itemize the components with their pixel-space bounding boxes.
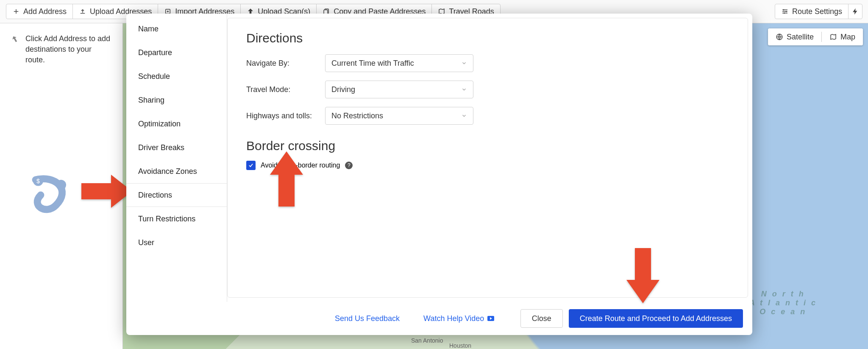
label-navigate-by: Navigate By:: [246, 59, 325, 68]
chevron-down-icon: [461, 87, 467, 92]
sidebar-item-label: Schedule: [138, 72, 170, 81]
add-address-button[interactable]: Add Address: [6, 4, 73, 19]
sidebar-item-optimization[interactable]: Optimization: [126, 112, 227, 136]
close-button[interactable]: Close: [520, 309, 563, 328]
annotation-arrow-checkbox: [270, 151, 303, 207]
play-icon: [487, 316, 494, 321]
svg-text:$: $: [36, 178, 40, 184]
sidebar-item-label: Optimization: [138, 120, 181, 128]
row-navigate-by: Navigate By: Current Time with Traffic: [246, 52, 729, 74]
select-travel-mode[interactable]: Driving: [325, 81, 473, 98]
label-travel-mode: Travel Mode:: [246, 85, 325, 94]
annotation-arrow-create: [626, 248, 659, 303]
directions-panel: Directions Navigate By: Current Time wit…: [227, 18, 748, 298]
create-route-button[interactable]: Create Route and Proceed to Add Addresse…: [569, 309, 743, 328]
hint-arrow-icon: [10, 34, 19, 44]
row-travel-mode: Travel Mode: Driving: [246, 78, 729, 101]
svg-point-4: [785, 11, 787, 12]
select-travel-mode-value: Driving: [331, 85, 355, 94]
select-highways-tolls[interactable]: No Restrictions: [325, 107, 473, 125]
sidebar-item-label: Directions: [138, 191, 172, 200]
satellite-toggle[interactable]: Satellite: [768, 28, 821, 45]
route-settings-label: Route Settings: [792, 7, 842, 16]
sidebar-item-schedule[interactable]: Schedule: [126, 64, 227, 88]
sidebar-item-departure[interactable]: Departure: [126, 41, 227, 64]
route-settings-button[interactable]: Route Settings: [775, 4, 849, 19]
sidebar-item-label: Departure: [138, 48, 172, 57]
sidebar-item-label: Name: [138, 25, 159, 34]
sidebar-item-driver-breaks[interactable]: Driver Breaks: [126, 136, 227, 159]
map-toggle-button[interactable]: Map: [822, 28, 863, 45]
sidebar-item-avoidance-zones[interactable]: Avoidance Zones: [126, 159, 227, 183]
svg-point-9: [56, 180, 66, 190]
select-navigate-by[interactable]: Current Time with Traffic: [325, 54, 473, 72]
select-navigate-by-value: Current Time with Traffic: [331, 59, 414, 68]
sidebar-item-turn-restrictions[interactable]: Turn Restrictions: [126, 207, 227, 231]
route-logo-icon: $: [25, 170, 76, 221]
heading-border-crossing: Border crossing: [246, 139, 729, 153]
link-send-feedback[interactable]: Send Us Feedback: [335, 314, 400, 323]
city-houston: Houston: [449, 342, 471, 349]
globe-icon: [776, 33, 783, 41]
add-address-label: Add Address: [23, 7, 67, 16]
sidebar-item-label: Avoidance Zones: [138, 167, 197, 176]
lightning-icon: [851, 8, 859, 15]
settings-sidebar: Name Departure Schedule Sharing Optimiza…: [126, 14, 227, 302]
map-type-toggle: Satellite Map: [768, 28, 863, 45]
select-highways-tolls-value: No Restrictions: [331, 112, 383, 120]
svg-point-5: [784, 12, 785, 14]
help-icon[interactable]: ?: [345, 162, 353, 169]
hint-row: Click Add Address to add destinations to…: [10, 34, 112, 66]
svg-point-3: [783, 9, 784, 11]
map-label-text: Map: [840, 33, 855, 42]
row-avoid-cross-border: Avoid cross-border routing ?: [246, 161, 729, 170]
chevron-down-icon: [461, 113, 467, 119]
plus-icon: [12, 8, 20, 15]
sidebar-item-user[interactable]: User: [126, 231, 227, 254]
sidebar-item-label: Sharing: [138, 96, 164, 105]
sidebar-item-label: Driver Breaks: [138, 143, 184, 152]
sliders-icon: [781, 8, 789, 15]
sidebar-item-directions[interactable]: Directions: [126, 183, 227, 207]
map-fold-icon: [829, 33, 837, 41]
upload-icon: [79, 8, 86, 15]
label-highways-tolls: Highways and tolls:: [246, 112, 325, 120]
link-watch-video[interactable]: Watch Help Video: [423, 314, 494, 323]
annotation-arrow-sidebar: [81, 175, 132, 208]
hint-text: Click Add Address to add destinations to…: [25, 34, 112, 66]
sidebar-item-label: User: [138, 238, 154, 247]
reoptimize-button[interactable]: [848, 4, 862, 19]
heading-directions: Directions: [246, 31, 729, 45]
row-highways-tolls: Highways and tolls: No Restrictions: [246, 105, 729, 127]
chevron-down-icon: [461, 60, 467, 66]
checkbox-avoid-cross-border[interactable]: [246, 161, 256, 170]
ocean-label: N o r t h A t l a n t i c O c e a n: [749, 290, 817, 316]
modal-footer: Send Us Feedback Watch Help Video Close …: [126, 302, 752, 335]
satellite-label: Satellite: [787, 33, 814, 42]
sidebar-item-name[interactable]: Name: [126, 17, 227, 41]
sidebar-item-sharing[interactable]: Sharing: [126, 88, 227, 112]
sidebar-item-label: Turn Restrictions: [138, 215, 195, 223]
city-san-antonio: San Antonio: [411, 337, 443, 344]
checkmark-icon: [248, 162, 254, 168]
